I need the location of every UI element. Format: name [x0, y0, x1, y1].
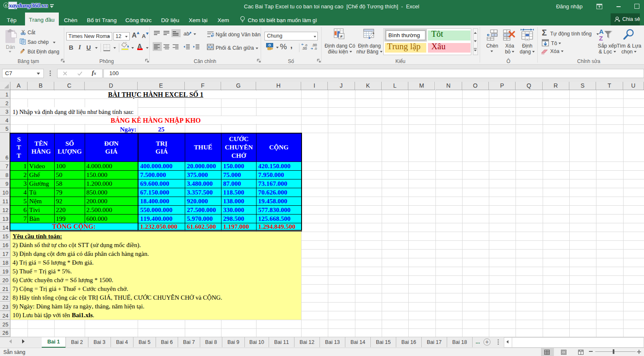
svg-text:.00: .00: [302, 46, 307, 50]
svg-text:Z: Z: [599, 35, 603, 41]
svg-text:ab: ab: [184, 31, 189, 37]
svg-text:A: A: [599, 28, 604, 35]
svg-text:.0: .0: [314, 47, 317, 50]
svg-text:≠: ≠: [340, 34, 342, 39]
